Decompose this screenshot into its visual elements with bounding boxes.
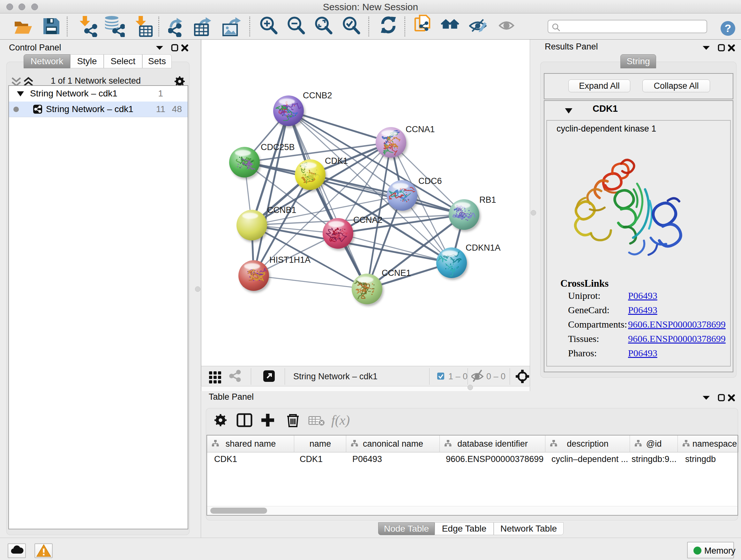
svg-text:CDKN1A: CDKN1A: [466, 243, 501, 253]
svg-text:HIST1H1A: HIST1H1A: [269, 255, 311, 265]
svg-text:CCNA1: CCNA1: [406, 125, 435, 134]
svg-text:CCNA2: CCNA2: [353, 215, 383, 225]
svg-text:?: ?: [725, 22, 731, 34]
svg-text:CDC25B: CDC25B: [261, 142, 295, 152]
svg-text:CCNB2: CCNB2: [303, 91, 332, 100]
svg-text:f(x): f(x): [331, 413, 350, 428]
svg-text:CDC6: CDC6: [418, 176, 442, 186]
svg-text:RB1: RB1: [479, 195, 496, 205]
svg-text:CCNE1: CCNE1: [382, 268, 411, 278]
svg-text:CDK1: CDK1: [325, 156, 348, 166]
svg-text:CCNB1: CCNB1: [267, 205, 296, 215]
